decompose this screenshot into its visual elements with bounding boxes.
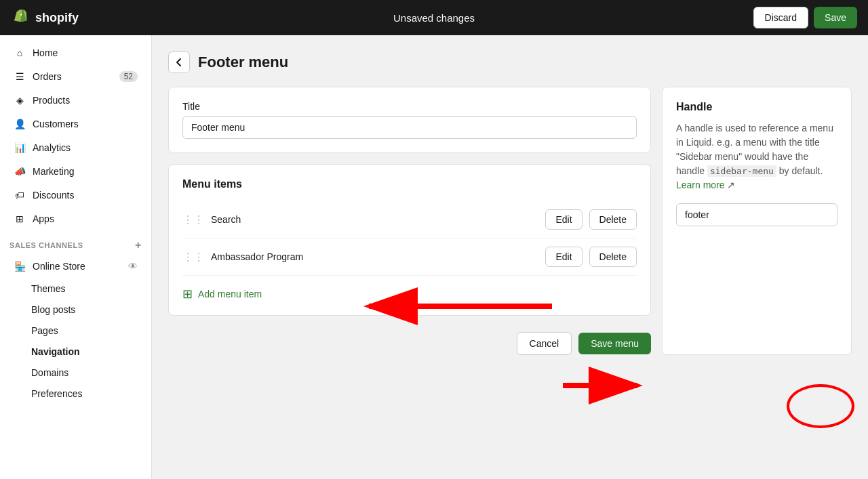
sidebar-item-analytics[interactable]: 📊 Analytics — [4, 136, 147, 159]
save-top-button[interactable]: Save — [814, 7, 857, 28]
online-store-icon: 🏪 — [14, 260, 26, 272]
sidebar-item-online-store[interactable]: 🏪 Online Store 👁 — [4, 255, 147, 278]
add-menu-item-button[interactable]: ⊞ Add menu item — [182, 287, 637, 301]
handle-description: A handle is used to reference a menu in … — [676, 121, 837, 192]
handle-code: sidebar-menu — [707, 165, 776, 177]
menu-item-search: ⋮⋮ Search Edit Delete — [182, 201, 637, 238]
app-body: ⌂ Home ☰ Orders 52 ◈ Products 👤 Customer… — [0, 35, 868, 479]
add-sales-channel-button[interactable]: + — [135, 239, 142, 251]
topbar-actions: Discard Save — [753, 7, 857, 28]
sidebar-home-label: Home — [33, 47, 58, 58]
topbar: shopify Unsaved changes Discard Save — [0, 0, 868, 35]
learn-more-link[interactable]: Learn more — [676, 180, 725, 190]
apps-icon: ⊞ — [14, 213, 26, 225]
sidebar-sub-themes[interactable]: Themes — [4, 278, 147, 299]
delete-ambassador-button[interactable]: Delete — [589, 247, 637, 267]
sidebar-item-orders[interactable]: ☰ Orders 52 — [4, 65, 147, 88]
sidebar-marketing-label: Marketing — [33, 166, 74, 177]
handle-card: Handle A handle is used to reference a m… — [662, 87, 852, 355]
menu-items-heading: Menu items — [182, 178, 637, 190]
shopify-logo: shopify — [11, 8, 79, 27]
products-icon: ◈ — [14, 94, 26, 106]
sidebar-sub-navigation[interactable]: Navigation — [4, 341, 147, 362]
sidebar: ⌂ Home ☰ Orders 52 ◈ Products 👤 Customer… — [0, 35, 152, 479]
domains-label: Domains — [31, 367, 68, 378]
menu-items-card: Menu items ⋮⋮ Search Edit Delete ⋮⋮ Amba… — [168, 164, 651, 316]
page-title: Footer menu — [198, 54, 288, 71]
main-content: Footer menu Title Menu items ⋮⋮ Search E… — [152, 35, 868, 479]
preferences-label: Preferences — [31, 388, 82, 399]
cancel-button[interactable]: Cancel — [517, 332, 572, 355]
pages-label: Pages — [31, 325, 58, 336]
sales-channels-section: SALES CHANNELS + — [0, 231, 151, 254]
topbar-title: Unsaved changes — [393, 12, 475, 24]
home-icon: ⌂ — [14, 47, 26, 59]
save-menu-circle-annotation — [787, 384, 854, 428]
save-menu-button[interactable]: Save menu — [578, 333, 651, 354]
online-store-label: Online Store — [33, 261, 85, 272]
sidebar-item-products[interactable]: ◈ Products — [4, 89, 147, 112]
sidebar-item-discounts[interactable]: 🏷 Discounts — [4, 184, 147, 207]
handle-title: Handle — [676, 101, 837, 113]
drag-handle-search[interactable]: ⋮⋮ — [182, 213, 204, 226]
navigation-label: Navigation — [31, 346, 80, 357]
sidebar-sub-blog-posts[interactable]: Blog posts — [4, 299, 147, 320]
discard-button[interactable]: Discard — [753, 7, 808, 28]
content-grid: Title Menu items ⋮⋮ Search Edit Delete ⋮… — [168, 87, 852, 355]
sidebar-products-label: Products — [33, 95, 70, 106]
analytics-icon: 📊 — [14, 142, 26, 154]
sidebar-discounts-label: Discounts — [33, 190, 74, 201]
title-card: Title — [168, 87, 651, 153]
sales-channels-label: SALES CHANNELS — [9, 241, 83, 249]
menu-item-ambassador: ⋮⋮ Ambassador Program Edit Delete — [182, 238, 637, 276]
orders-badge: 52 — [119, 71, 138, 82]
delete-search-button[interactable]: Delete — [589, 209, 637, 230]
add-menu-item-label: Add menu item — [198, 289, 262, 299]
shopify-wordmark: shopify — [35, 11, 79, 25]
discounts-icon: 🏷 — [14, 189, 26, 201]
add-menu-item-icon: ⊞ — [182, 287, 193, 301]
left-column: Title Menu items ⋮⋮ Search Edit Delete ⋮… — [168, 87, 651, 355]
sidebar-item-home[interactable]: ⌂ Home — [4, 41, 147, 64]
edit-ambassador-button[interactable]: Edit — [545, 247, 582, 267]
sidebar-item-apps[interactable]: ⊞ Apps — [4, 207, 147, 230]
arrow-annotation-save — [563, 365, 671, 406]
sidebar-sub-domains[interactable]: Domains — [4, 362, 147, 383]
menu-item-search-label: Search — [211, 214, 538, 225]
title-field[interactable] — [182, 116, 637, 139]
sidebar-sub-pages[interactable]: Pages — [4, 320, 147, 341]
drag-handle-ambassador[interactable]: ⋮⋮ — [182, 251, 204, 264]
themes-label: Themes — [31, 283, 66, 294]
menu-item-ambassador-label: Ambassador Program — [211, 251, 538, 262]
back-button[interactable] — [168, 51, 190, 73]
back-icon — [174, 57, 184, 68]
sidebar-analytics-label: Analytics — [33, 142, 71, 153]
orders-icon: ☰ — [14, 70, 26, 83]
page-header: Footer menu — [168, 51, 852, 73]
marketing-icon: 📣 — [14, 165, 26, 178]
sidebar-sub-preferences[interactable]: Preferences — [4, 383, 147, 404]
bottom-actions: Cancel Save menu — [168, 332, 651, 355]
sidebar-item-customers[interactable]: 👤 Customers — [4, 112, 147, 136]
sidebar-apps-label: Apps — [33, 213, 54, 224]
edit-search-button[interactable]: Edit — [545, 209, 582, 230]
topbar-left: shopify — [11, 8, 79, 27]
blog-posts-label: Blog posts — [31, 304, 75, 315]
sidebar-customers-label: Customers — [33, 119, 79, 129]
customers-icon: 👤 — [14, 118, 26, 130]
eye-icon[interactable]: 👁 — [128, 261, 138, 272]
sidebar-item-marketing[interactable]: 📣 Marketing — [4, 160, 147, 183]
sidebar-orders-label: Orders — [33, 71, 62, 82]
handle-input[interactable] — [676, 203, 837, 226]
title-field-label: Title — [182, 101, 637, 112]
